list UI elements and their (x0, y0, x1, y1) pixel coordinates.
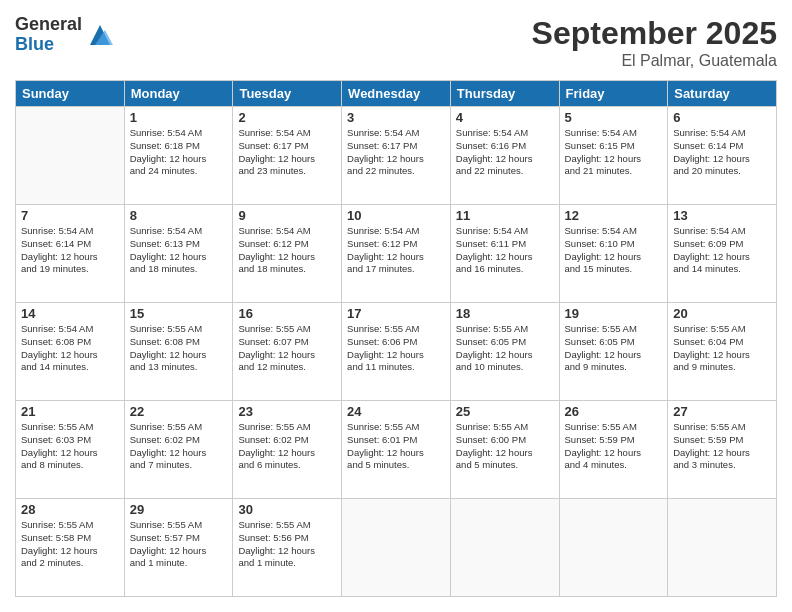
day-info: Sunrise: 5:54 AM Sunset: 6:12 PM Dayligh… (238, 225, 336, 276)
header: General Blue September 2025 El Palmar, G… (15, 15, 777, 70)
table-row: 17Sunrise: 5:55 AM Sunset: 6:06 PM Dayli… (342, 303, 451, 401)
calendar-week-row: 21Sunrise: 5:55 AM Sunset: 6:03 PM Dayli… (16, 401, 777, 499)
month-title: September 2025 (532, 15, 777, 52)
day-number: 11 (456, 208, 554, 223)
day-info: Sunrise: 5:55 AM Sunset: 6:05 PM Dayligh… (456, 323, 554, 374)
calendar-week-row: 1Sunrise: 5:54 AM Sunset: 6:18 PM Daylig… (16, 107, 777, 205)
day-info: Sunrise: 5:54 AM Sunset: 6:09 PM Dayligh… (673, 225, 771, 276)
day-number: 6 (673, 110, 771, 125)
day-info: Sunrise: 5:55 AM Sunset: 6:05 PM Dayligh… (565, 323, 663, 374)
day-number: 5 (565, 110, 663, 125)
location: El Palmar, Guatemala (532, 52, 777, 70)
table-row: 28Sunrise: 5:55 AM Sunset: 5:58 PM Dayli… (16, 499, 125, 597)
logo-icon (85, 20, 115, 50)
table-row: 7Sunrise: 5:54 AM Sunset: 6:14 PM Daylig… (16, 205, 125, 303)
day-number: 18 (456, 306, 554, 321)
day-info: Sunrise: 5:54 AM Sunset: 6:08 PM Dayligh… (21, 323, 119, 374)
table-row: 26Sunrise: 5:55 AM Sunset: 5:59 PM Dayli… (559, 401, 668, 499)
day-info: Sunrise: 5:55 AM Sunset: 5:56 PM Dayligh… (238, 519, 336, 570)
day-number: 28 (21, 502, 119, 517)
day-info: Sunrise: 5:54 AM Sunset: 6:12 PM Dayligh… (347, 225, 445, 276)
weekday-header-row: Sunday Monday Tuesday Wednesday Thursday… (16, 81, 777, 107)
logo: General Blue (15, 15, 115, 55)
header-monday: Monday (124, 81, 233, 107)
table-row: 8Sunrise: 5:54 AM Sunset: 6:13 PM Daylig… (124, 205, 233, 303)
table-row: 22Sunrise: 5:55 AM Sunset: 6:02 PM Dayli… (124, 401, 233, 499)
calendar-table: Sunday Monday Tuesday Wednesday Thursday… (15, 80, 777, 597)
day-number: 13 (673, 208, 771, 223)
logo-text: General Blue (15, 15, 82, 55)
logo-blue: Blue (15, 35, 82, 55)
day-info: Sunrise: 5:55 AM Sunset: 6:07 PM Dayligh… (238, 323, 336, 374)
table-row (668, 499, 777, 597)
calendar-week-row: 7Sunrise: 5:54 AM Sunset: 6:14 PM Daylig… (16, 205, 777, 303)
day-info: Sunrise: 5:54 AM Sunset: 6:15 PM Dayligh… (565, 127, 663, 178)
table-row: 24Sunrise: 5:55 AM Sunset: 6:01 PM Dayli… (342, 401, 451, 499)
day-number: 7 (21, 208, 119, 223)
day-number: 12 (565, 208, 663, 223)
page: General Blue September 2025 El Palmar, G… (0, 0, 792, 612)
day-number: 26 (565, 404, 663, 419)
day-number: 1 (130, 110, 228, 125)
day-info: Sunrise: 5:54 AM Sunset: 6:18 PM Dayligh… (130, 127, 228, 178)
table-row (16, 107, 125, 205)
table-row: 16Sunrise: 5:55 AM Sunset: 6:07 PM Dayli… (233, 303, 342, 401)
day-number: 8 (130, 208, 228, 223)
table-row: 30Sunrise: 5:55 AM Sunset: 5:56 PM Dayli… (233, 499, 342, 597)
day-number: 24 (347, 404, 445, 419)
table-row: 10Sunrise: 5:54 AM Sunset: 6:12 PM Dayli… (342, 205, 451, 303)
day-number: 21 (21, 404, 119, 419)
day-info: Sunrise: 5:55 AM Sunset: 6:03 PM Dayligh… (21, 421, 119, 472)
table-row: 14Sunrise: 5:54 AM Sunset: 6:08 PM Dayli… (16, 303, 125, 401)
header-sunday: Sunday (16, 81, 125, 107)
day-number: 14 (21, 306, 119, 321)
day-info: Sunrise: 5:55 AM Sunset: 6:01 PM Dayligh… (347, 421, 445, 472)
calendar-week-row: 28Sunrise: 5:55 AM Sunset: 5:58 PM Dayli… (16, 499, 777, 597)
table-row: 6Sunrise: 5:54 AM Sunset: 6:14 PM Daylig… (668, 107, 777, 205)
table-row: 25Sunrise: 5:55 AM Sunset: 6:00 PM Dayli… (450, 401, 559, 499)
day-info: Sunrise: 5:55 AM Sunset: 6:08 PM Dayligh… (130, 323, 228, 374)
table-row (342, 499, 451, 597)
table-row: 5Sunrise: 5:54 AM Sunset: 6:15 PM Daylig… (559, 107, 668, 205)
table-row: 11Sunrise: 5:54 AM Sunset: 6:11 PM Dayli… (450, 205, 559, 303)
day-info: Sunrise: 5:55 AM Sunset: 6:06 PM Dayligh… (347, 323, 445, 374)
day-number: 30 (238, 502, 336, 517)
table-row: 15Sunrise: 5:55 AM Sunset: 6:08 PM Dayli… (124, 303, 233, 401)
day-number: 29 (130, 502, 228, 517)
table-row: 20Sunrise: 5:55 AM Sunset: 6:04 PM Dayli… (668, 303, 777, 401)
table-row (559, 499, 668, 597)
day-number: 4 (456, 110, 554, 125)
day-number: 22 (130, 404, 228, 419)
title-block: September 2025 El Palmar, Guatemala (532, 15, 777, 70)
table-row: 23Sunrise: 5:55 AM Sunset: 6:02 PM Dayli… (233, 401, 342, 499)
day-number: 9 (238, 208, 336, 223)
header-friday: Friday (559, 81, 668, 107)
day-info: Sunrise: 5:55 AM Sunset: 5:59 PM Dayligh… (565, 421, 663, 472)
header-wednesday: Wednesday (342, 81, 451, 107)
calendar-week-row: 14Sunrise: 5:54 AM Sunset: 6:08 PM Dayli… (16, 303, 777, 401)
table-row: 21Sunrise: 5:55 AM Sunset: 6:03 PM Dayli… (16, 401, 125, 499)
day-number: 10 (347, 208, 445, 223)
table-row: 1Sunrise: 5:54 AM Sunset: 6:18 PM Daylig… (124, 107, 233, 205)
day-info: Sunrise: 5:55 AM Sunset: 5:57 PM Dayligh… (130, 519, 228, 570)
table-row: 19Sunrise: 5:55 AM Sunset: 6:05 PM Dayli… (559, 303, 668, 401)
day-info: Sunrise: 5:54 AM Sunset: 6:14 PM Dayligh… (673, 127, 771, 178)
table-row: 12Sunrise: 5:54 AM Sunset: 6:10 PM Dayli… (559, 205, 668, 303)
day-info: Sunrise: 5:54 AM Sunset: 6:13 PM Dayligh… (130, 225, 228, 276)
day-info: Sunrise: 5:54 AM Sunset: 6:17 PM Dayligh… (347, 127, 445, 178)
day-number: 3 (347, 110, 445, 125)
table-row (450, 499, 559, 597)
header-saturday: Saturday (668, 81, 777, 107)
table-row: 3Sunrise: 5:54 AM Sunset: 6:17 PM Daylig… (342, 107, 451, 205)
table-row: 18Sunrise: 5:55 AM Sunset: 6:05 PM Dayli… (450, 303, 559, 401)
day-number: 19 (565, 306, 663, 321)
table-row: 27Sunrise: 5:55 AM Sunset: 5:59 PM Dayli… (668, 401, 777, 499)
day-number: 17 (347, 306, 445, 321)
day-info: Sunrise: 5:55 AM Sunset: 6:00 PM Dayligh… (456, 421, 554, 472)
table-row: 2Sunrise: 5:54 AM Sunset: 6:17 PM Daylig… (233, 107, 342, 205)
day-info: Sunrise: 5:55 AM Sunset: 6:02 PM Dayligh… (130, 421, 228, 472)
day-number: 15 (130, 306, 228, 321)
logo-general: General (15, 15, 82, 35)
day-number: 2 (238, 110, 336, 125)
header-tuesday: Tuesday (233, 81, 342, 107)
